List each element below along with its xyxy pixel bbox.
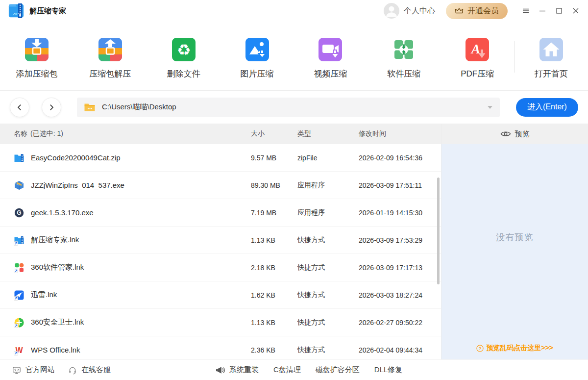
footer-item-headset[interactable]: 在线客服 bbox=[68, 365, 111, 375]
menu-icon[interactable] bbox=[521, 6, 530, 15]
forward-button[interactable] bbox=[42, 98, 61, 117]
file-row[interactable]: 360软件管家.lnk2.18 KB快捷方式2026-03-09 17:17:1… bbox=[0, 254, 441, 281]
installer-exe-icon bbox=[14, 180, 24, 191]
back-arrow-icon bbox=[16, 103, 24, 111]
footer-item-megaphone[interactable]: 系统重装 bbox=[216, 365, 259, 375]
wps-office-icon: W bbox=[14, 345, 24, 355]
toolbar-item-delete-files[interactable]: ♻删除文件 bbox=[147, 22, 220, 90]
file-size: 89.30 MB bbox=[251, 181, 297, 189]
delete-files-icon: ♻ bbox=[172, 38, 196, 61]
toolbar-item-video-compress[interactable]: 视频压缩 bbox=[294, 22, 368, 90]
file-list: EasyCode20200049Cat.zip9.57 MBzipFile202… bbox=[0, 144, 441, 359]
eye-icon bbox=[500, 130, 511, 137]
file-name: 解压缩专家.lnk bbox=[31, 235, 79, 245]
toolbar-item-extract-archive[interactable]: 压缩包解压 bbox=[74, 22, 147, 90]
geek-app-icon: G bbox=[14, 207, 24, 218]
thunder-icon bbox=[14, 290, 24, 301]
title-bar: ZIP 解压缩专家 个人中心 开通会员 bbox=[0, 0, 588, 22]
column-name: 名称 (已选中: 1) bbox=[0, 129, 251, 138]
svg-text:ZIP: ZIP bbox=[13, 12, 19, 16]
footer-item-label: C盘清理 bbox=[273, 365, 301, 375]
open-home-icon bbox=[539, 38, 563, 61]
toolbar-item-add-archive[interactable]: 添加压缩包 bbox=[0, 22, 74, 90]
enter-button[interactable]: 进入(Enter) bbox=[516, 98, 578, 117]
file-type: 应用程序 bbox=[297, 181, 359, 190]
membership-label: 开通会员 bbox=[467, 6, 499, 16]
footer-item-monitor[interactable]: 官方网站 bbox=[12, 365, 55, 375]
footer-item-label: 系统重装 bbox=[229, 365, 259, 375]
headset-icon bbox=[68, 366, 77, 375]
app-logo-icon: ZIP bbox=[8, 2, 24, 19]
svg-text:?: ? bbox=[479, 346, 482, 351]
titlebar-right: 个人中心 开通会员 bbox=[383, 2, 580, 19]
file-row[interactable]: 迅雷.lnk1.62 KB快捷方式2026-03-03 18:27:24 bbox=[0, 281, 441, 309]
zip-file-icon bbox=[14, 152, 24, 163]
column-modified: 修改时间 bbox=[359, 129, 441, 138]
file-name: JZZjWinZipIns_014_537.exe bbox=[31, 181, 124, 189]
toolbar-item-image-compress[interactable]: 图片压缩 bbox=[220, 22, 294, 90]
app-window: ZIP 解压缩专家 个人中心 开通会员 添加压缩包压缩包解压♻删除文件图片压缩视… bbox=[0, 0, 588, 380]
toolbar-item-label: 软件压缩 bbox=[387, 68, 420, 79]
file-name-cell: WWPS Office.lnk bbox=[0, 345, 251, 355]
video-compress-icon bbox=[318, 38, 342, 61]
file-name-cell: 迅雷.lnk bbox=[0, 290, 251, 301]
file-name: WPS Office.lnk bbox=[31, 346, 80, 354]
footer-left: 官方网站在线客服 bbox=[12, 365, 123, 375]
file-modified: 2026-02-27 09:50:22 bbox=[359, 319, 441, 327]
file-row[interactable]: EasyCode20200049Cat.zip9.57 MBzipFile202… bbox=[0, 144, 441, 172]
path-input[interactable]: C:\Users\喵喵\Desktop bbox=[77, 98, 500, 117]
file-row[interactable]: 360安全卫士.lnk1.13 KB快捷方式2026-02-27 09:50:2… bbox=[0, 309, 441, 336]
footer-item-link[interactable]: DLL修复 bbox=[374, 365, 403, 375]
file-modified: 2026-02-09 16:54:36 bbox=[359, 154, 441, 162]
file-name-cell: JZZjWinZipIns_014_537.exe bbox=[0, 180, 251, 191]
toolbar-item-open-home[interactable]: 打开首页 bbox=[514, 22, 588, 90]
footer-item-link[interactable]: C盘清理 bbox=[273, 365, 301, 375]
file-row[interactable]: WWPS Office.lnk2.36 KB快捷方式2026-02-04 09:… bbox=[0, 336, 441, 359]
user-center-link[interactable]: 个人中心 bbox=[404, 6, 435, 16]
toolbar-item-pdf-compress[interactable]: APDF压缩 bbox=[441, 22, 514, 90]
file-type: 快捷方式 bbox=[297, 236, 359, 245]
file-name: EasyCode20200049Cat.zip bbox=[31, 153, 121, 162]
close-icon[interactable] bbox=[571, 6, 580, 15]
app-title: 解压缩专家 bbox=[29, 6, 66, 16]
file-modified: 2026-03-09 17:51:11 bbox=[359, 181, 441, 189]
back-button[interactable] bbox=[10, 98, 29, 117]
preview-panel: 预览 没有预览 ? 预览乱码点击这里>>> bbox=[441, 124, 588, 359]
footer-item-link[interactable]: 磁盘扩容分区 bbox=[316, 365, 360, 375]
file-row[interactable]: JZZjWinZipIns_014_537.exe89.30 MB应用程序202… bbox=[0, 172, 441, 199]
folder-icon bbox=[84, 102, 96, 112]
main-area: 名称 (已选中: 1) 大小 类型 修改时间 EasyCode20200049C… bbox=[0, 124, 588, 359]
garbled-preview-link[interactable]: ? 预览乱码点击这里>>> bbox=[441, 344, 588, 353]
footer-center: 系统重装C盘清理磁盘扩容分区DLL修复 bbox=[216, 365, 402, 375]
scrollbar-thumb[interactable] bbox=[437, 177, 440, 284]
file-size: 1.13 KB bbox=[251, 236, 297, 244]
toolbar-item-label: 删除文件 bbox=[167, 68, 200, 79]
file-modified: 2026-03-03 18:27:24 bbox=[359, 291, 441, 299]
window-controls bbox=[521, 6, 580, 15]
zip-shortcut-icon bbox=[14, 235, 24, 246]
no-preview-text: 没有预览 bbox=[496, 231, 534, 243]
file-type: 应用程序 bbox=[297, 208, 359, 217]
file-name-cell: 解压缩专家.lnk bbox=[0, 235, 251, 246]
safe-guard-360-icon bbox=[14, 317, 24, 328]
pdf-compress-icon: A bbox=[466, 38, 489, 61]
avatar[interactable] bbox=[383, 2, 400, 19]
crown-icon bbox=[455, 7, 464, 14]
megaphone-icon bbox=[216, 366, 225, 375]
file-row[interactable]: 解压缩专家.lnk1.13 KB快捷方式2026-03-09 17:53:29 bbox=[0, 227, 441, 254]
toolbar-item-software-compress[interactable]: 软件压缩 bbox=[367, 22, 441, 90]
minimize-icon[interactable] bbox=[538, 6, 547, 15]
open-membership-button[interactable]: 开通会员 bbox=[446, 3, 508, 19]
toolbar-item-label: 打开首页 bbox=[535, 68, 568, 79]
file-modified: 2026-02-04 09:44:34 bbox=[359, 346, 441, 354]
caret-down-icon[interactable] bbox=[487, 105, 493, 109]
file-size: 1.13 KB bbox=[251, 319, 297, 327]
file-modified: 2026-01-19 14:15:30 bbox=[359, 209, 441, 217]
file-type: 快捷方式 bbox=[297, 318, 359, 327]
file-modified: 2026-03-09 17:17:13 bbox=[359, 264, 441, 272]
navigation-bar: C:\Users\喵喵\Desktop 进入(Enter) bbox=[0, 91, 588, 124]
toolbar-item-label: 视频压缩 bbox=[314, 68, 347, 79]
maximize-icon[interactable] bbox=[555, 6, 564, 15]
footer-item-label: 在线客服 bbox=[81, 365, 111, 375]
file-row[interactable]: Ggeek.1.5.3.170.exe7.19 MB应用程序2026-01-19… bbox=[0, 199, 441, 227]
